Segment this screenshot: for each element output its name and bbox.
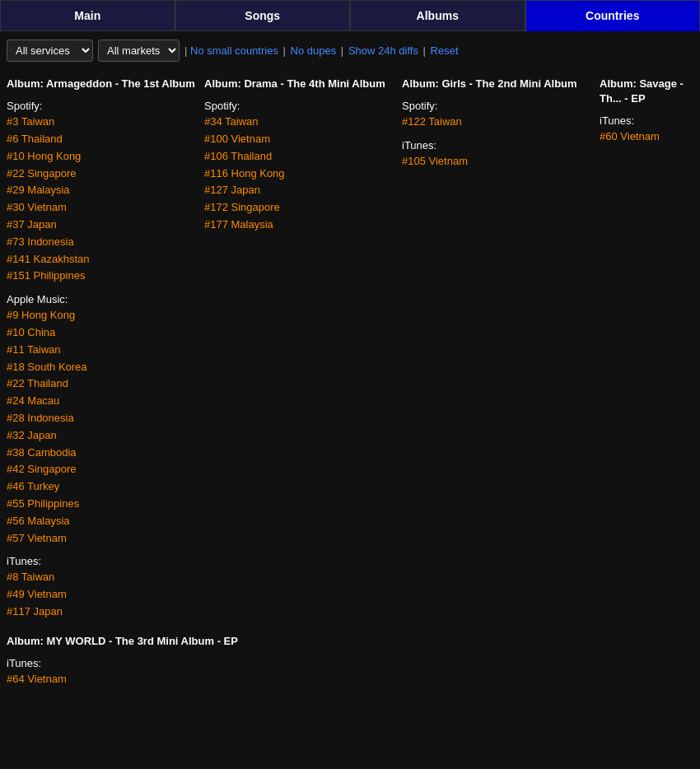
nav-tab-countries[interactable]: Countries [525, 0, 701, 31]
chart-entry[interactable]: #18 South Korea [7, 359, 198, 376]
chart-entry[interactable]: #49 Vietnam [7, 586, 198, 604]
chart-entry[interactable]: #10 Hong Kong [7, 148, 198, 165]
chart-entry[interactable]: #46 Turkey [7, 478, 198, 496]
chart-entry[interactable]: #57 Vietnam [7, 530, 198, 548]
no-small-countries-link[interactable]: No small countries [190, 44, 278, 57]
chart-entry[interactable]: #73 Indonesia [7, 234, 198, 251]
markets-select[interactable]: All marketsAsiaEuropeAmericas [98, 40, 180, 62]
chart-entry[interactable]: #34 Taiwan [204, 114, 395, 131]
chart-entry[interactable]: #122 Taiwan [402, 114, 593, 131]
chart-entry[interactable]: #24 Macau [7, 393, 198, 410]
no-dupes-link[interactable]: No dupes [291, 44, 337, 57]
chart-entry[interactable]: #172 Singapore [204, 199, 395, 217]
chart-entry[interactable]: #6 Thailand [7, 131, 198, 148]
chart-entry[interactable]: #10 China [7, 324, 198, 342]
chart-entry[interactable]: #28 Indonesia [7, 410, 198, 427]
chart-entry[interactable]: #177 Malaysia [204, 217, 395, 234]
chart-entry[interactable]: #55 Philippines [7, 496, 198, 513]
album-title-3: Album: Savage - Th... - EP [600, 77, 687, 106]
chart-entry[interactable]: #3 Taiwan [7, 114, 198, 131]
reset-link[interactable]: Reset [431, 44, 459, 57]
filter-bar: All servicesSpotifyApple MusiciTunes All… [0, 31, 700, 70]
column-2: Album: Girls - The 2nd Mini AlbumSpotify… [402, 77, 600, 621]
chart-entry[interactable]: #9 Hong Kong [7, 307, 198, 324]
chart-entry[interactable]: #64 Vietnam [7, 671, 693, 688]
column-3: Album: Savage - Th... - EPiTunes:#60 Vie… [600, 77, 693, 621]
service-label-3-0: iTunes: [600, 114, 687, 127]
column-1: Album: Drama - The 4th Mini AlbumSpotify… [204, 77, 402, 621]
chart-entry[interactable]: #8 Taiwan [7, 569, 198, 586]
chart-entry[interactable]: #116 Hong Kong [204, 165, 395, 183]
album-title-2: Album: Girls - The 2nd Mini Album [402, 77, 593, 91]
service-label-0-2: iTunes: [7, 555, 198, 567]
chart-entry[interactable]: #141 Kazakhstan [7, 251, 198, 268]
nav-tab-songs[interactable]: Songs [175, 0, 351, 31]
chart-entry[interactable]: #105 Vietnam [402, 153, 593, 170]
service-label-1-0: Spotify: [204, 100, 395, 112]
extra-albums: Album: MY WORLD - The 3rd Mini Album - E… [0, 627, 700, 695]
chart-entry[interactable]: #32 Japan [7, 427, 198, 445]
chart-entry[interactable]: #22 Thailand [7, 375, 198, 393]
extra-album-title-0: Album: MY WORLD - The 3rd Mini Album - E… [7, 634, 693, 649]
column-0: Album: Armageddon - The 1st AlbumSpotify… [7, 77, 204, 621]
chart-entry[interactable]: #29 Malaysia [7, 182, 198, 199]
chart-entry[interactable]: #151 Philippines [7, 268, 198, 285]
chart-entry[interactable]: #11 Taiwan [7, 342, 198, 359]
chart-entry[interactable]: #60 Vietnam [600, 128, 687, 146]
chart-entry[interactable]: #30 Vietnam [7, 199, 198, 217]
main-content: Album: Armageddon - The 1st AlbumSpotify… [0, 70, 700, 627]
service-label-2-1: iTunes: [402, 139, 593, 151]
nav-tabs: MainSongsAlbumsCountries [0, 0, 700, 31]
chart-entry[interactable]: #42 Singapore [7, 461, 198, 478]
service-label-2-0: Spotify: [402, 100, 593, 112]
nav-tab-main[interactable]: Main [0, 0, 175, 31]
chart-entry[interactable]: #100 Vietnam [204, 131, 395, 148]
album-title-1: Album: Drama - The 4th Mini Album [204, 77, 395, 91]
album-title-0: Album: Armageddon - The 1st Album [7, 77, 198, 91]
chart-entry[interactable]: #106 Thailand [204, 148, 395, 165]
chart-entry[interactable]: #117 Japan [7, 604, 198, 621]
chart-entry[interactable]: #37 Japan [7, 217, 198, 234]
service-label-0-0: Spotify: [7, 100, 198, 112]
nav-tab-albums[interactable]: Albums [350, 0, 525, 31]
services-select[interactable]: All servicesSpotifyApple MusiciTunes [7, 40, 93, 62]
extra-service-label-0-0: iTunes: [7, 657, 693, 669]
chart-entry[interactable]: #38 Cambodia [7, 445, 198, 462]
chart-entry[interactable]: #127 Japan [204, 182, 395, 199]
filter-links: | No small countries | No dupes | Show 2… [184, 44, 459, 57]
chart-entry[interactable]: #56 Malaysia [7, 513, 198, 530]
extra-album-0: Album: MY WORLD - The 3rd Mini Album - E… [7, 634, 693, 688]
chart-entry[interactable]: #22 Singapore [7, 165, 198, 183]
service-label-0-1: Apple Music: [7, 293, 198, 305]
show-24h-diffs-link[interactable]: Show 24h diffs [348, 44, 418, 57]
